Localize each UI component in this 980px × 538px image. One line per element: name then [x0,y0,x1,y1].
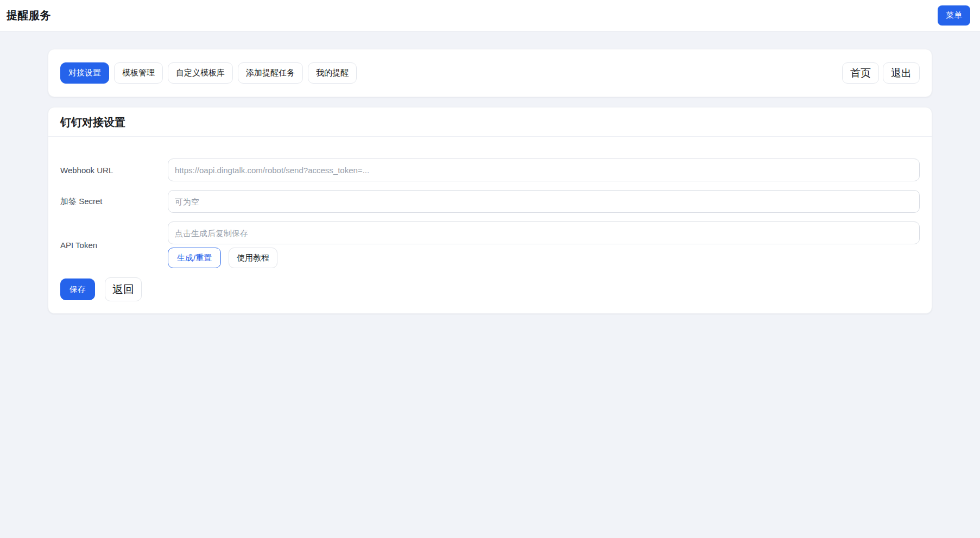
webhook-url-control [168,159,920,181]
secret-control [168,190,920,213]
api-token-label: API Token [60,240,168,250]
page-container: 对接设置 模板管理 自定义模板库 添加提醒任务 我的提醒 首页 退出 钉钉对接设… [48,49,932,314]
card-title: 钉钉对接设置 [60,115,920,130]
tab-my-reminders[interactable]: 我的提醒 [308,62,357,84]
top-header: 提醒服务 菜单 [0,0,980,31]
tutorial-button[interactable]: 使用教程 [229,248,277,268]
tab-template-management[interactable]: 模板管理 [114,62,163,84]
webhook-url-label: Webhook URL [60,166,168,175]
card-header: 钉钉对接设置 [48,107,932,137]
nav-right-links: 首页 退出 [842,62,920,84]
api-token-input[interactable] [168,221,920,244]
home-button[interactable]: 首页 [842,62,879,84]
secret-label: 加签 Secret [60,197,168,207]
save-button[interactable]: 保存 [60,279,95,300]
nav-bar: 对接设置 模板管理 自定义模板库 添加提醒任务 我的提醒 首页 退出 [48,49,932,97]
form-row-api-token: API Token 生成/重置 使用教程 [60,221,920,268]
tab-add-reminder-task[interactable]: 添加提醒任务 [238,62,303,84]
back-button[interactable]: 返回 [105,277,142,301]
settings-form: Webhook URL 加签 Secret API Token 生成/重置 使用… [48,137,932,313]
menu-button[interactable]: 菜单 [938,5,970,26]
token-buttons: 生成/重置 使用教程 [168,248,920,268]
app-title: 提醒服务 [7,8,51,23]
form-row-secret: 加签 Secret [60,190,920,213]
secret-input[interactable] [168,190,920,213]
tab-custom-template-library[interactable]: 自定义模板库 [168,62,233,84]
webhook-url-input[interactable] [168,159,920,181]
tab-connect-settings[interactable]: 对接设置 [60,62,109,84]
dingtalk-settings-card: 钉钉对接设置 Webhook URL 加签 Secret API Token [48,107,932,314]
form-row-webhook-url: Webhook URL [60,159,920,181]
form-actions: 保存 返回 [60,277,920,301]
generate-reset-token-button[interactable]: 生成/重置 [168,248,221,268]
api-token-control: 生成/重置 使用教程 [168,221,920,268]
logout-button[interactable]: 退出 [883,62,920,84]
nav-tabs: 对接设置 模板管理 自定义模板库 添加提醒任务 我的提醒 [60,62,357,84]
